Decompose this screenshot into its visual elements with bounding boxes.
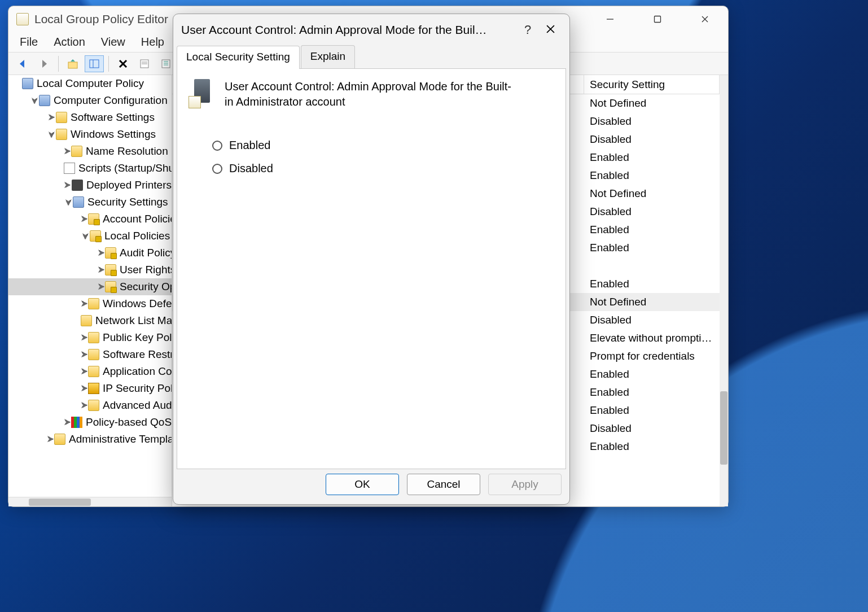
tree-icon [54, 434, 65, 445]
col-setting[interactable]: Security Setting [584, 75, 720, 94]
dialog-titlebar[interactable]: User Account Control: Admin Approval Mod… [173, 14, 569, 46]
minimize-button[interactable] [597, 10, 623, 28]
tree-item[interactable]: ⮞Policy-based QoS [8, 414, 172, 431]
tree-icon [105, 264, 116, 276]
cell-setting: Enabled [584, 404, 720, 417]
cancel-button[interactable]: Cancel [407, 474, 480, 495]
radio-enabled[interactable]: Enabled [212, 139, 554, 152]
chevron-right-icon[interactable]: ⮞ [47, 113, 56, 122]
chevron-down-icon[interactable]: ⮟ [64, 198, 73, 207]
chevron-right-icon[interactable]: ⮞ [81, 215, 88, 224]
back-button[interactable] [13, 55, 32, 72]
tree-item-label: User Rights Assignment [120, 264, 172, 276]
tree-item[interactable]: ⮞Application Control Policies [8, 363, 172, 380]
tree-icon [71, 417, 82, 428]
cell-setting: Disabled [584, 115, 720, 128]
maximize-button[interactable] [645, 10, 670, 28]
tree-item[interactable]: ⮞Windows Defender Firewall [8, 295, 172, 312]
tree-item-label: Local Policies [104, 230, 170, 242]
tree-item[interactable]: Network List Manager [8, 312, 172, 329]
tab-explain[interactable]: Explain [301, 45, 355, 68]
chevron-right-icon[interactable]: ⮞ [81, 368, 88, 376]
tree-icon [88, 332, 99, 343]
tree-item[interactable]: ⮟Security Settings [8, 194, 172, 211]
tree-item[interactable]: ⮞Advanced Audit Policy [8, 397, 172, 414]
tree-item[interactable]: ⮟Windows Settings [8, 126, 172, 143]
chevron-right-icon[interactable]: ⮞ [98, 266, 105, 274]
chevron-down-icon[interactable]: ⮟ [47, 130, 56, 139]
tree-item-label: Administrative Templates [69, 433, 172, 445]
tree-icon [56, 129, 67, 140]
tree-item-label: Public Key Policies [103, 331, 172, 344]
tree-item[interactable]: ⮟Computer Configuration [8, 92, 172, 109]
chevron-right-icon[interactable]: ⮞ [47, 435, 54, 444]
cell-setting: Enabled [584, 440, 720, 453]
cell-setting: Not Defined [584, 97, 720, 110]
cell-setting: Elevate without prompti… [584, 332, 720, 344]
dialog-close-button[interactable] [539, 24, 562, 36]
chevron-down-icon[interactable]: ⮟ [30, 97, 39, 105]
svg-rect-1 [655, 16, 661, 22]
tree-item[interactable]: ⮞Deployed Printers [8, 177, 172, 194]
chevron-right-icon[interactable]: ⮞ [81, 334, 88, 342]
tree-icon [88, 349, 99, 360]
properties-button[interactable] [135, 55, 154, 72]
chevron-right-icon[interactable]: ⮞ [98, 249, 105, 257]
chevron-right-icon[interactable]: ⮞ [64, 181, 72, 190]
forward-button[interactable] [34, 55, 54, 72]
policy-icon [188, 79, 214, 107]
cell-setting: Disabled [584, 314, 720, 326]
tree-item[interactable]: Local Computer Policy [8, 75, 172, 92]
nav-tree[interactable]: Local Computer Policy⮟Computer Configura… [8, 75, 172, 506]
tree-item-label: IP Security Policies [103, 382, 172, 395]
tree-icon [71, 146, 82, 157]
tree-item-label: Application Control Policies [103, 365, 172, 378]
list-vscrollbar[interactable] [720, 75, 728, 506]
menu-view[interactable]: View [101, 36, 125, 49]
delete-button[interactable] [113, 55, 133, 72]
tree-item-label: Software Restriction Policies [103, 348, 172, 361]
cell-setting: Enabled [584, 151, 720, 164]
app-icon [16, 13, 29, 25]
help-button[interactable]: ? [516, 23, 539, 37]
radio-disabled[interactable]: Disabled [212, 162, 554, 175]
menu-action[interactable]: Action [54, 36, 85, 49]
tree-item[interactable]: ⮞Audit Policy [8, 244, 172, 261]
tree-item[interactable]: ⮞Software Settings [8, 109, 172, 126]
tree-item[interactable]: Scripts (Startup/Shutdown) [8, 160, 172, 177]
tree-item[interactable]: ⮞IP Security Policies [8, 380, 172, 397]
tree-item[interactable]: ⮞Software Restriction Policies [8, 346, 172, 363]
close-button[interactable] [692, 10, 718, 28]
tree-item[interactable]: ⮞Security Options [8, 278, 172, 295]
tree-item[interactable]: ⮞Name Resolution Policy [8, 143, 172, 160]
chevron-down-icon[interactable]: ⮟ [81, 232, 90, 241]
tree-item[interactable]: ⮟Local Policies [8, 228, 172, 244]
cell-setting: Enabled [584, 169, 720, 182]
chevron-right-icon[interactable]: ⮞ [64, 418, 71, 427]
tree-item-label: Deployed Printers [86, 179, 172, 191]
tree-item[interactable]: ⮞User Rights Assignment [8, 261, 172, 278]
cell-setting: Enabled [584, 386, 720, 399]
cell-setting: Enabled [584, 242, 720, 254]
tree-icon [88, 366, 99, 377]
show-tree-button[interactable] [85, 55, 104, 72]
radio-enabled-label: Enabled [229, 139, 270, 152]
tab-local-security-setting[interactable]: Local Security Setting [177, 46, 300, 69]
tree-item-label: Windows Settings [71, 128, 156, 141]
tree-item[interactable]: ⮞Public Key Policies [8, 329, 172, 346]
chevron-right-icon[interactable]: ⮞ [81, 384, 88, 393]
chevron-right-icon[interactable]: ⮞ [98, 283, 105, 291]
svg-rect-12 [162, 60, 170, 68]
chevron-right-icon[interactable]: ⮞ [81, 401, 88, 410]
menu-file[interactable]: File [20, 36, 38, 49]
menu-help[interactable]: Help [141, 36, 164, 49]
chevron-right-icon[interactable]: ⮞ [81, 351, 88, 359]
tree-item[interactable]: ⮞Account Policies [8, 211, 172, 228]
chevron-right-icon[interactable]: ⮞ [64, 147, 71, 156]
chevron-right-icon[interactable]: ⮞ [81, 300, 88, 308]
up-button[interactable] [63, 55, 82, 72]
tree-item[interactable]: ⮞Administrative Templates [8, 431, 172, 448]
svg-rect-5 [90, 60, 99, 68]
tree-hscrollbar[interactable] [8, 497, 172, 506]
ok-button[interactable]: OK [326, 474, 399, 495]
